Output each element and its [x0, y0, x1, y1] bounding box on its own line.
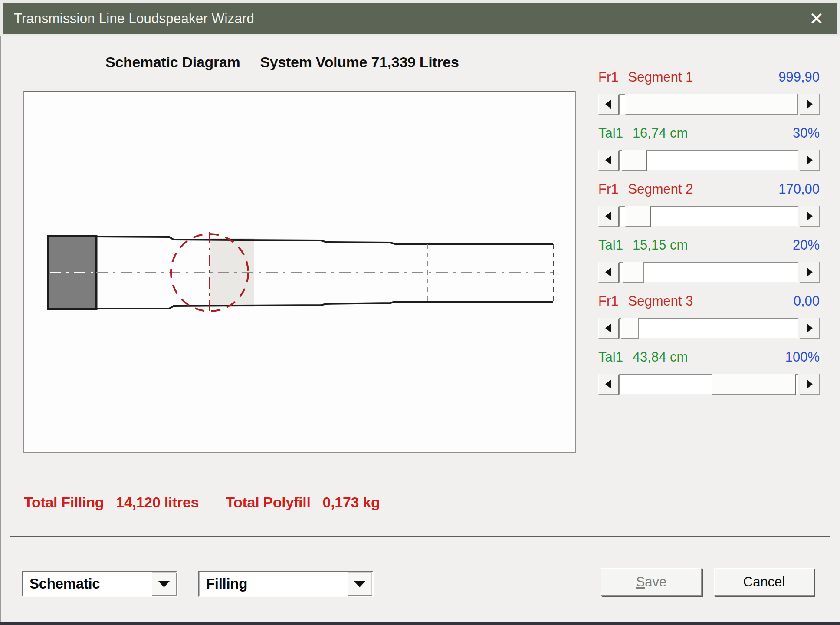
left-arrow-icon	[605, 99, 611, 109]
total-filling-value: 14,120 litres	[116, 494, 199, 511]
slider-right-arrow-button[interactable]	[800, 374, 820, 395]
slider-track[interactable]	[619, 318, 799, 339]
left-arrow-icon	[605, 155, 611, 165]
slider-label-text: 16,74 cm	[633, 125, 688, 141]
slider-value: 30%	[793, 125, 820, 141]
close-button[interactable]: ✕	[807, 9, 826, 28]
slider-label-prefix: Tal1	[598, 125, 623, 141]
right-arrow-icon	[807, 379, 813, 389]
right-arrow-icon	[807, 323, 813, 333]
slider-thumb[interactable]	[625, 94, 798, 115]
cancel-button-label: Cancel	[743, 574, 785, 590]
slider-value: 0,00	[794, 293, 820, 309]
close-icon: ✕	[809, 10, 824, 27]
schematic-canvas	[23, 91, 576, 453]
save-button-label: Save	[636, 574, 667, 590]
left-arrow-icon	[605, 267, 611, 277]
slider-track[interactable]	[619, 206, 799, 227]
slider-left-arrow-button[interactable]	[598, 94, 618, 115]
slider-label-text: Segment 1	[628, 69, 693, 85]
mode-combobox-dropdown-button[interactable]	[348, 572, 372, 595]
view-combobox-value: Schematic	[23, 576, 152, 592]
slider-value: 170,00	[778, 181, 820, 197]
total-polyfill-label: Total Polyfill	[226, 494, 310, 511]
slider-left-arrow-button[interactable]	[598, 262, 618, 283]
window-frame-left	[0, 36, 1, 625]
system-volume-label: System Volume 71,339 Litres	[260, 54, 459, 71]
slider-right-arrow-button[interactable]	[800, 262, 820, 283]
slider-label-row: Fr1 Segment 1 999,90	[598, 69, 820, 86]
slider-scrollbar	[598, 262, 820, 283]
slider-label-text: 15,15 cm	[633, 237, 688, 253]
divider-line	[10, 536, 830, 537]
totals-row: Total Filling 14,120 litres Total Polyfi…	[24, 494, 380, 511]
slider-label-row: Fr1 Segment 3 0,00	[598, 293, 820, 310]
slider-scrollbar	[598, 318, 820, 339]
slider-track[interactable]	[619, 262, 799, 283]
view-combobox-dropdown-button[interactable]	[152, 572, 176, 595]
slider-label-text: Segment 3	[628, 293, 693, 309]
left-arrow-icon	[605, 211, 611, 221]
left-arrow-icon	[605, 323, 611, 333]
slider-label-row: Tal1 43,84 cm 100%	[598, 349, 820, 366]
slider-right-arrow-button[interactable]	[800, 206, 820, 227]
slider-scrollbar	[598, 150, 820, 171]
total-polyfill-value: 0,173 kg	[323, 494, 380, 511]
right-arrow-icon	[807, 155, 813, 165]
slider-scrollbar	[598, 374, 820, 395]
slider-thumb[interactable]	[623, 262, 644, 283]
schematic-svg	[24, 92, 575, 452]
slider-label-row: Tal1 16,74 cm 30%	[598, 125, 820, 142]
slider-track[interactable]	[619, 374, 799, 395]
window-title: Transmission Line Loudspeaker Wizard	[14, 11, 807, 26]
right-arrow-icon	[807, 267, 813, 277]
chevron-down-icon	[354, 581, 366, 587]
slider-left-arrow-button[interactable]	[598, 374, 618, 395]
right-arrow-icon	[807, 211, 813, 221]
save-button[interactable]: Save	[601, 568, 702, 596]
slider-scrollbar	[598, 94, 820, 115]
slider-value: 20%	[793, 237, 820, 253]
duct-bottom-wall	[96, 302, 553, 309]
slider-right-arrow-button[interactable]	[800, 318, 820, 339]
slider-track[interactable]	[619, 94, 799, 115]
page-title: Schematic Diagram	[105, 54, 240, 71]
slider-value: 999,90	[778, 69, 820, 85]
window-frame-bottom	[0, 622, 840, 625]
titlebar[interactable]: Transmission Line Loudspeaker Wizard ✕	[3, 3, 837, 34]
chevron-down-icon	[158, 581, 170, 587]
slider-left-arrow-button[interactable]	[598, 150, 618, 171]
slider-thumb[interactable]	[712, 374, 795, 395]
slider-label-text: 43,84 cm	[633, 349, 688, 365]
duct-top-wall	[96, 237, 553, 244]
slider-left-arrow-button[interactable]	[598, 318, 618, 339]
right-arrow-icon	[807, 99, 813, 109]
left-arrow-icon	[605, 379, 611, 389]
cancel-button[interactable]: Cancel	[714, 568, 814, 596]
slider-left-arrow-button[interactable]	[598, 206, 618, 227]
total-filling-label: Total Filling	[24, 494, 104, 511]
slider-label-prefix: Fr1	[598, 181, 619, 197]
slider-thumb[interactable]	[622, 150, 646, 171]
slider-thumb[interactable]	[621, 318, 639, 339]
view-combobox[interactable]: Schematic	[22, 571, 178, 597]
slider-label-prefix: Fr1	[598, 293, 619, 309]
slider-label-prefix: Tal1	[598, 349, 623, 365]
slider-value: 100%	[785, 349, 820, 365]
mode-combobox[interactable]: Filling	[198, 571, 374, 597]
slider-label-text: Segment 2	[628, 181, 693, 197]
slider-right-arrow-button[interactable]	[800, 150, 820, 171]
slider-label-row: Fr1 Segment 2 170,00	[598, 181, 820, 198]
wizard-dialog: Transmission Line Loudspeaker Wizard ✕ S…	[0, 0, 840, 625]
slider-thumb[interactable]	[625, 206, 650, 227]
slider-label-row: Tal1 15,15 cm 20%	[598, 237, 820, 254]
slider-label-prefix: Fr1	[598, 69, 619, 85]
heading-row: Schematic Diagram System Volume 71,339 L…	[105, 54, 459, 71]
slider-label-prefix: Tal1	[598, 237, 623, 253]
mode-combobox-value: Filling	[199, 576, 348, 592]
slider-scrollbar	[598, 206, 820, 227]
slider-right-arrow-button[interactable]	[800, 94, 820, 115]
slider-track[interactable]	[619, 150, 799, 171]
